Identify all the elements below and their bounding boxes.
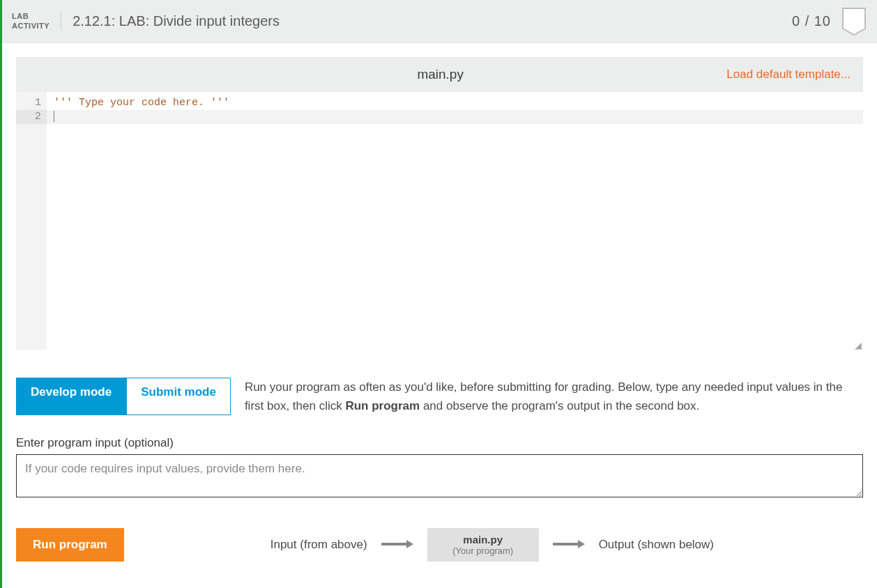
line-gutter: 1 2 xyxy=(16,92,47,350)
code-editor: main.py Load default template... 1 2 '''… xyxy=(16,57,863,350)
mode-desc-bold: Run program xyxy=(345,399,420,412)
mode-desc-post: and observe the program's output in the … xyxy=(420,399,699,412)
mode-description: Run your program as often as you'd like,… xyxy=(245,378,863,415)
run-row: Run program Input (from above) main.py (… xyxy=(16,528,863,562)
program-box: main.py (Your program) xyxy=(427,528,539,562)
input-flow-label: Input (from above) xyxy=(270,538,367,552)
program-input-label: Enter program input (optional) xyxy=(16,436,863,450)
bookmark-pocket-icon[interactable] xyxy=(842,8,866,36)
filename-label: main.py xyxy=(154,67,726,82)
code-line xyxy=(47,110,863,124)
score-display: 0 / 10 xyxy=(792,13,831,29)
submit-mode-button[interactable]: Submit mode xyxy=(126,378,231,415)
activity-badge: LAB ACTIVITY xyxy=(2,12,61,30)
line-number: 2 xyxy=(16,110,47,124)
lab-header: LAB ACTIVITY 2.12.1: LAB: Divide input i… xyxy=(2,0,877,43)
activity-badge-line2: ACTIVITY xyxy=(12,22,49,30)
text-cursor-icon xyxy=(54,111,54,122)
resize-handle-icon[interactable]: ◢ xyxy=(855,341,862,350)
mode-toggle-group: Develop mode Submit mode xyxy=(16,378,231,415)
program-input-section: Enter program input (optional) xyxy=(16,436,863,500)
lab-panel: LAB ACTIVITY 2.12.1: LAB: Divide input i… xyxy=(0,0,877,588)
editor-toolbar: main.py Load default template... xyxy=(16,57,863,92)
lab-title: 2.12.1: LAB: Divide input integers xyxy=(73,13,792,29)
code-input-area[interactable]: 1 2 ''' Type your code here. ''' ◢ xyxy=(16,92,863,350)
arrow-right-icon xyxy=(381,539,413,551)
load-default-template-link[interactable]: Load default template... xyxy=(726,68,851,82)
program-box-title: main.py xyxy=(444,534,522,546)
svg-marker-1 xyxy=(406,540,413,548)
code-line: ''' Type your code here. ''' xyxy=(47,96,863,110)
code-lines[interactable]: ''' Type your code here. ''' xyxy=(47,92,863,350)
svg-marker-3 xyxy=(578,540,585,548)
run-program-button[interactable]: Run program xyxy=(16,528,124,562)
line-number: 1 xyxy=(16,96,47,110)
mode-row: Develop mode Submit mode Run your progra… xyxy=(16,378,863,415)
develop-mode-button[interactable]: Develop mode xyxy=(16,378,126,415)
output-flow-label: Output (shown below) xyxy=(599,538,714,552)
program-box-subtitle: (Your program) xyxy=(444,546,522,556)
activity-badge-line1: LAB xyxy=(12,12,29,20)
arrow-right-icon xyxy=(553,539,585,551)
program-input-textarea[interactable] xyxy=(16,454,863,497)
